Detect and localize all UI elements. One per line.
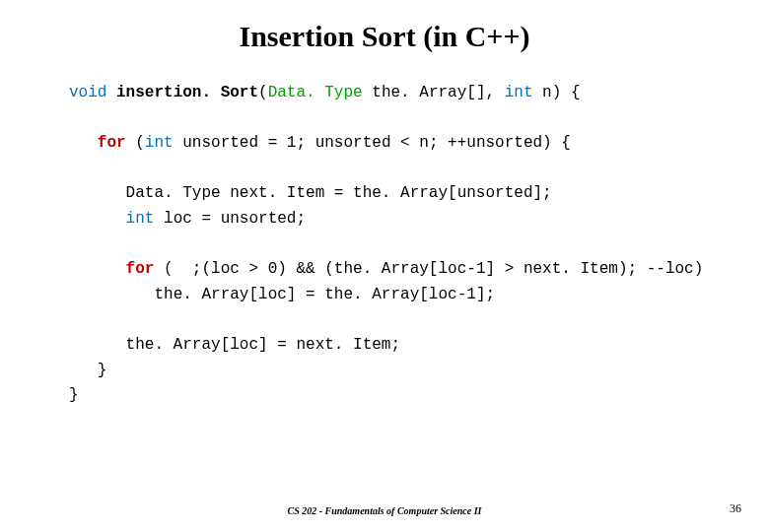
keyword-int: int — [126, 210, 155, 228]
code-text: the. Array[loc] = the. Array[loc-1]; — [154, 286, 495, 303]
code-text: the. Array[], — [363, 84, 505, 101]
page-number: 36 — [730, 501, 741, 516]
code-text: } — [69, 386, 79, 404]
type-name: Data. Type — [268, 84, 363, 101]
code-text: unsorted = 1; unsorted < n; ++unsorted) … — [174, 134, 571, 152]
keyword-void: void — [69, 84, 106, 101]
function-name: insertion. Sort — [116, 84, 258, 101]
code-text: ( ;(loc > 0) && (the. Array[loc-1] > nex… — [154, 260, 703, 278]
slide-title: Insertion Sort (in C++) — [0, 20, 769, 53]
footer-text: CS 202 - Fundamentals of Computer Scienc… — [0, 505, 769, 516]
code-text: n) { — [533, 84, 581, 101]
code-text: ( — [126, 134, 145, 152]
keyword-int: int — [145, 134, 174, 152]
code-block: void insertion. Sort(Data. Type the. Arr… — [0, 81, 769, 409]
keyword-for: for — [126, 260, 155, 278]
code-text: Data. Type next. Item = the. Array[unsor… — [126, 184, 552, 202]
keyword-int: int — [505, 84, 533, 101]
slide: Insertion Sort (in C++) void insertion. … — [0, 0, 769, 532]
keyword-for: for — [98, 134, 126, 152]
code-text: ( — [258, 84, 268, 101]
code-text: the. Array[loc] = next. Item; — [126, 336, 400, 354]
code-text: loc = unsorted; — [154, 210, 306, 228]
code-text: } — [98, 362, 107, 379]
